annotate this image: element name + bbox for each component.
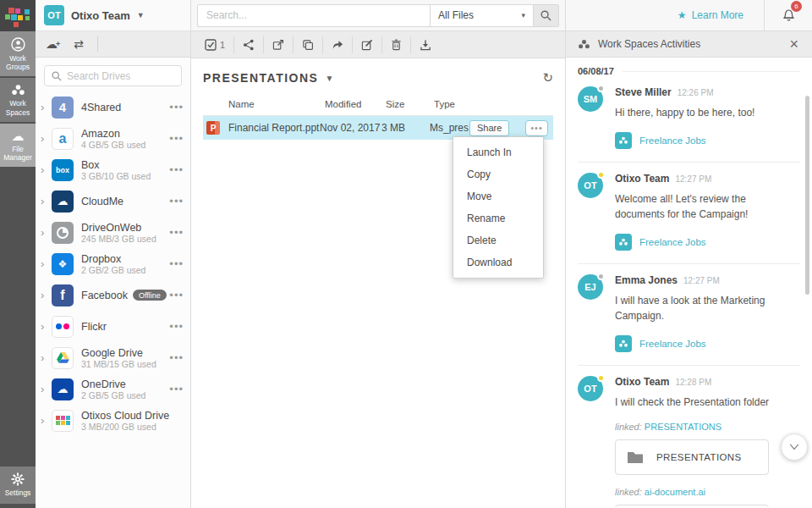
drive-list: › 4 4Shared ••• › a Amazon4 GB/5 GB used… (36, 91, 190, 436)
filter-value: All Files (438, 9, 474, 21)
chevron-right-icon[interactable]: › (41, 163, 52, 176)
cloudme-logo-icon: ☁ (52, 190, 74, 213)
drive-row-onedrive[interactable]: › ☁ OneDrive2 GB/5 GB used ••• (36, 373, 190, 405)
chevron-right-icon[interactable]: › (41, 383, 52, 395)
row-share-button[interactable]: Share (469, 120, 509, 136)
chevron-right-icon[interactable]: › (41, 289, 52, 301)
message-author[interactable]: Emma Jones (615, 274, 678, 286)
folder-content: PRESENTATIONS ▼ ↻ Name Modified Size Typ… (191, 58, 565, 140)
chevron-right-icon[interactable]: › (41, 132, 52, 145)
search-drives-input[interactable] (67, 70, 174, 82)
close-icon[interactable]: × (789, 36, 798, 52)
notifications-button[interactable]: 6 (765, 8, 812, 23)
more-options-icon[interactable]: ••• (169, 195, 184, 207)
row-more-options-button[interactable]: ••• (525, 120, 548, 136)
workspace-link[interactable]: Freelance Jobs (615, 234, 797, 251)
chevron-right-icon[interactable]: › (41, 226, 52, 239)
amazon-logo-icon: a (52, 128, 74, 150)
more-options-icon[interactable]: ••• (169, 351, 184, 364)
chevron-right-icon[interactable]: › (41, 101, 52, 113)
drive-row-driveonweb[interactable]: › DriveOnWeb245 MB/3 GB used ••• (36, 217, 190, 248)
select-all-checkbox[interactable]: 1 (196, 36, 234, 53)
search-button[interactable] (533, 5, 558, 26)
move-button[interactable] (323, 36, 353, 53)
drive-row-4shared[interactable]: › 4 4Shared ••• (36, 91, 190, 123)
folder-dropdown-icon[interactable]: ▼ (325, 74, 333, 83)
menu-item-copy[interactable]: Copy (453, 163, 543, 185)
drive-row-facebook[interactable]: › f FacebookOffline ••• (36, 279, 190, 311)
status-dot (597, 374, 605, 382)
onedrive-logo-icon: ☁ (52, 378, 74, 400)
linked-folder-link[interactable]: PRESENTATIONS (645, 422, 721, 432)
driveonweb-logo-icon (52, 222, 74, 244)
checkbox-checked-icon (205, 39, 217, 51)
sidebar-item-work-spaces[interactable]: Work Spaces (0, 78, 36, 121)
chevron-right-icon[interactable]: › (41, 257, 52, 270)
share-icon (243, 39, 255, 51)
learn-more-link[interactable]: ★ Learn More (678, 9, 743, 21)
column-modified[interactable]: Modified (325, 99, 386, 109)
team-switcher[interactable]: OT Otixo Team ▼ (36, 0, 190, 31)
more-options-icon[interactable]: ••• (169, 163, 184, 176)
drive-row-amazon[interactable]: › a Amazon4 GB/5 GB used ••• (36, 123, 190, 154)
transfer-icon[interactable]: ⇄ (74, 38, 84, 50)
add-cloud-icon[interactable]: ☁+ (46, 38, 60, 50)
chevron-right-icon[interactable]: › (41, 320, 52, 333)
message-author[interactable]: Otixo Team (615, 173, 669, 185)
more-options-icon[interactable]: ••• (169, 226, 184, 239)
linked-file-link[interactable]: ai-document.ai (645, 487, 705, 497)
rename-button[interactable] (353, 36, 382, 53)
linked-folder-card[interactable]: PRESENTATIONS (615, 439, 769, 475)
copy-button[interactable] (294, 36, 323, 53)
delete-button[interactable] (382, 36, 411, 53)
sidebar-item-file-manager[interactable]: ☁ File Manager (0, 124, 36, 167)
linked-file-card[interactable]: Ai ai-document.ai (615, 505, 769, 507)
linked-label: linked: ai-document.ai (566, 475, 812, 497)
column-name[interactable]: Name (228, 99, 325, 109)
column-type[interactable]: Type (434, 99, 553, 109)
message-text: I will check the Presentation folder (615, 395, 797, 410)
menu-item-move[interactable]: Move (453, 185, 543, 207)
menu-item-launch-in[interactable]: Launch In (453, 141, 543, 163)
more-options-icon[interactable]: ••• (169, 257, 184, 270)
otixo-logo[interactable] (0, 0, 36, 31)
more-options-icon[interactable]: ••• (169, 383, 184, 395)
drive-row-dropbox[interactable]: › ❖ Dropbox2 GB/2 GB used ••• (36, 248, 190, 279)
more-options-icon[interactable]: ••• (169, 101, 184, 113)
menu-item-rename[interactable]: Rename (453, 207, 543, 229)
more-options-icon[interactable]: ••• (169, 289, 184, 301)
workspace-link[interactable]: Freelance Jobs (615, 132, 797, 149)
drive-search-box[interactable] (44, 65, 182, 86)
scrollbar-thumb[interactable] (805, 96, 809, 295)
drive-row-otixos-cloud-drive[interactable]: › Otixos Cloud Drive3 MB/200 GB used (36, 405, 190, 436)
chevron-right-icon[interactable]: › (41, 414, 52, 427)
download-button[interactable] (411, 36, 440, 53)
sidebar-item-settings[interactable]: Settings (0, 467, 36, 504)
message-author[interactable]: Otixo Team (615, 376, 669, 388)
more-options-icon[interactable]: ••• (169, 132, 184, 145)
search-input[interactable] (198, 5, 430, 26)
otixo-app: Work Groups Work Spaces ☁ File Manager (0, 0, 812, 508)
chevron-right-icon[interactable]: › (41, 351, 52, 364)
column-size[interactable]: Size (386, 99, 434, 109)
drive-row-google-drive[interactable]: › Google Drive31 MB/15 GB used ••• (36, 342, 190, 373)
share-button[interactable] (234, 36, 264, 53)
workspace-link[interactable]: Freelance Jobs (615, 335, 797, 352)
launch-in-button[interactable] (264, 36, 294, 53)
more-options-icon[interactable]: ••• (169, 320, 184, 333)
workspace-icon (615, 234, 632, 251)
file-type-filter[interactable]: All Files ▾ (430, 5, 533, 26)
drive-row-cloudme[interactable]: › ☁ CloudMe ••• (36, 185, 190, 217)
refresh-icon[interactable]: ↻ (542, 70, 553, 86)
menu-item-delete[interactable]: Delete (453, 229, 543, 251)
file-modified: Nov 02, 2017 (320, 122, 381, 134)
chevron-right-icon[interactable]: › (41, 195, 52, 207)
drive-row-flickr[interactable]: › Flickr ••• (36, 311, 190, 342)
message-author[interactable]: Steve Miller (615, 86, 672, 98)
drive-row-box[interactable]: › box Box3 GB/10 GB used ••• (36, 154, 190, 185)
chevron-down-icon: ▼ (137, 11, 145, 19)
sidebar-item-work-groups[interactable]: Work Groups (0, 31, 36, 76)
date-divider: 06/08/17 (566, 66, 812, 76)
scroll-down-button[interactable] (781, 433, 808, 461)
menu-item-download[interactable]: Download (453, 251, 543, 273)
